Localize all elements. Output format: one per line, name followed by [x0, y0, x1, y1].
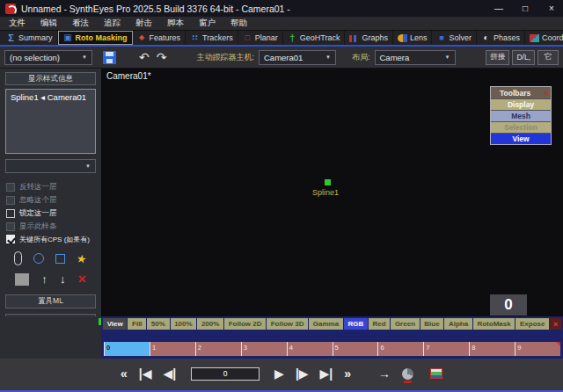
mask-ml-button[interactable]: 置具ML: [5, 294, 96, 309]
color-swatch[interactable]: [15, 273, 29, 286]
timeline-tick[interactable]: 2: [195, 342, 241, 356]
zoom-100-button[interactable]: 100%: [171, 318, 197, 330]
spline-options-dropdown[interactable]: ▼: [5, 159, 96, 173]
key-all-cps-checkbox[interactable]: [6, 235, 15, 243]
tab-label: Roto Masking: [76, 33, 128, 42]
spline-list[interactable]: Spline1 ◂ Camera01: [5, 89, 96, 154]
tab-phases[interactable]: ◐ Phases: [477, 31, 525, 45]
toolbars-item-view[interactable]: View: [491, 133, 551, 144]
red-channel-button[interactable]: Red: [369, 318, 390, 330]
chevron-down-icon: ▼: [445, 54, 450, 60]
redo-icon[interactable]: ↷: [157, 50, 167, 65]
fast-rewind-button[interactable]: «: [121, 366, 128, 381]
tab-roto-masking[interactable]: ▣ Roto Masking: [58, 31, 133, 45]
show-spline-label: 显示此样条: [19, 221, 57, 232]
view-control-bar: View Fill 50% 100% 200% Follow 2D Follow…: [101, 316, 563, 331]
active-host-dropdown[interactable]: Camera01 ▼: [259, 50, 336, 65]
timeline-tick[interactable]: 4: [287, 342, 333, 356]
minimize-button[interactable]: —: [493, 4, 505, 13]
move-up-icon[interactable]: ↑: [41, 272, 48, 286]
goto-arrow-button[interactable]: →: [378, 366, 391, 381]
undo-icon[interactable]: ↶: [139, 50, 150, 65]
tab-features[interactable]: ◆ Features: [133, 31, 186, 45]
move-down-icon[interactable]: ↓: [60, 272, 66, 286]
timeline-ruler[interactable]: 0 1 2 3 4 5 6 7 8 9: [104, 342, 560, 356]
menu-help[interactable]: 帮助: [230, 18, 247, 29]
fill-button[interactable]: Fill: [128, 318, 146, 330]
menu-script[interactable]: 脚本: [167, 18, 184, 29]
stitch-button[interactable]: 拼接: [486, 50, 509, 65]
timeline-tick[interactable]: 8: [469, 342, 515, 356]
tab-graphs[interactable]: Graphs: [345, 31, 393, 45]
jump-to-end-button[interactable]: ▶|: [320, 366, 333, 381]
menu-view[interactable]: 看法: [72, 18, 89, 29]
timeline-tick[interactable]: 5: [333, 342, 378, 356]
follow-3d-button[interactable]: Follow 3D: [267, 318, 308, 330]
tab-trackers[interactable]: ∷ Trackers: [186, 31, 238, 45]
rectangle-tool-icon[interactable]: [55, 254, 65, 264]
timeline-current-segment[interactable]: 0: [104, 342, 150, 356]
spline-list-item[interactable]: Spline1 ◂ Camera01: [11, 92, 91, 102]
magic-wand-icon[interactable]: ★: [76, 252, 88, 265]
menu-file[interactable]: 文件: [9, 18, 26, 29]
blue-channel-button[interactable]: Blue: [420, 318, 444, 330]
circle-tool-icon[interactable]: [33, 253, 44, 264]
tab-coordinates[interactable]: Coordinates: [525, 31, 563, 45]
maximize-button[interactable]: □: [519, 4, 531, 13]
panel-close-icon[interactable]: ×: [545, 89, 549, 98]
invert-layer-checkbox[interactable]: [6, 183, 15, 192]
selection-dropdown[interactable]: (no selection) ▼: [4, 50, 92, 65]
jump-to-start-button[interactable]: |◀: [139, 366, 152, 381]
spline-control-point[interactable]: [325, 179, 331, 185]
layout-dropdown[interactable]: Camera ▼: [375, 50, 456, 65]
zoom-200-button[interactable]: 200%: [197, 318, 223, 330]
ignore-layer-checkbox[interactable]: [6, 196, 15, 205]
dl-button[interactable]: D/L,: [512, 50, 535, 65]
camera-viewport[interactable]: Camera01* Spline1 Toolbars × Display Mes…: [101, 69, 563, 316]
menu-edit[interactable]: 编辑: [40, 18, 57, 29]
tab-geohtrack[interactable]: † GeoHTrack: [283, 31, 346, 45]
timeline-tick[interactable]: 3: [241, 342, 287, 356]
tab-solver[interactable]: ■ Solver: [432, 31, 477, 45]
fast-forward-button[interactable]: »: [344, 366, 351, 381]
save-icon[interactable]: [103, 51, 116, 64]
misc-button[interactable]: 它: [537, 50, 559, 65]
menu-window[interactable]: 窗户: [199, 18, 216, 29]
gamma-button[interactable]: Gamma: [309, 318, 343, 330]
capsule-tool-icon[interactable]: [14, 251, 22, 265]
step-back-button[interactable]: ◀|: [163, 366, 176, 381]
timeline-tick[interactable]: 6: [377, 342, 423, 356]
show-style-info-button[interactable]: 显示样式信息: [5, 72, 96, 85]
toolbars-panel-header[interactable]: Toolbars ×: [491, 87, 551, 98]
tab-lens[interactable]: Lens: [393, 31, 433, 45]
image-preview-icon[interactable]: [430, 368, 442, 379]
close-button[interactable]: ×: [545, 4, 558, 13]
toolbars-item-selection[interactable]: Selection: [491, 121, 551, 133]
tab-planar[interactable]: □ Planar: [238, 31, 283, 45]
timeline-tick[interactable]: 7: [423, 342, 469, 356]
menu-shot[interactable]: 射击: [135, 18, 152, 29]
playback-timing-icon[interactable]: [402, 368, 413, 380]
toolbars-item-mesh[interactable]: Mesh: [491, 110, 551, 121]
toolbars-item-display[interactable]: Display: [491, 98, 551, 110]
timeline-tick[interactable]: 9: [515, 342, 560, 356]
play-button[interactable]: ▶: [274, 366, 284, 381]
rotomask-button[interactable]: RotoMask: [473, 318, 515, 330]
show-spline-checkbox[interactable]: [6, 222, 15, 231]
tab-summary[interactable]: Σ Summary: [2, 31, 58, 45]
timeline-tick[interactable]: 1: [150, 342, 195, 356]
window-title: Unnamed - SynthEyes Pro 2025.5 Build 337…: [21, 4, 290, 14]
zoom-50-button[interactable]: 50%: [147, 318, 169, 330]
expose-button[interactable]: Expose: [515, 318, 549, 330]
follow-2d-button[interactable]: Follow 2D: [224, 318, 266, 330]
lock-layer-checkbox[interactable]: [6, 209, 15, 218]
delete-icon[interactable]: ×: [78, 273, 86, 286]
alpha-channel-button[interactable]: Alpha: [444, 318, 472, 330]
view-button[interactable]: View: [103, 318, 127, 330]
frame-number-field[interactable]: 0: [191, 367, 260, 381]
step-forward-button[interactable]: |▶: [296, 366, 309, 381]
rgb-button[interactable]: RGB: [344, 318, 368, 330]
menu-track[interactable]: 追踪: [104, 18, 121, 29]
viewbar-close-icon[interactable]: ×: [550, 318, 561, 330]
green-channel-button[interactable]: Green: [391, 318, 419, 330]
